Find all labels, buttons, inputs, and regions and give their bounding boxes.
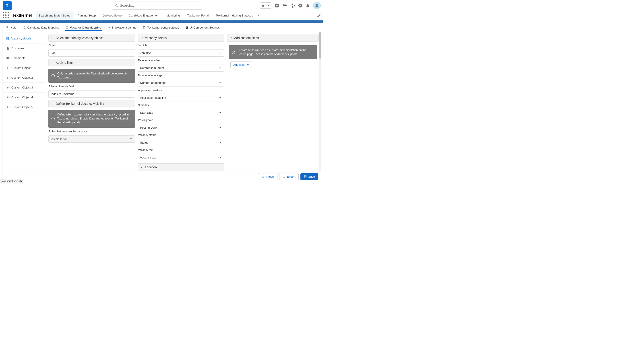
column-custom-fields: Add custom fields Custom fields will nee… xyxy=(227,34,319,171)
subtab-label: Help xyxy=(11,26,17,29)
section-location-header[interactable]: Location xyxy=(138,164,224,171)
section-visibility-header[interactable]: Define Textkernel Vacancy visibility xyxy=(49,100,135,108)
chevron-down-icon xyxy=(51,36,54,40)
chevron-down-icon[interactable] xyxy=(257,14,260,17)
columns: Select the primary Vacancy object Object… xyxy=(46,32,321,171)
leftnav-label: Custom Object 1 xyxy=(11,66,33,70)
section-title: Location xyxy=(145,166,157,169)
avatar-icon xyxy=(315,3,319,8)
select-value: Vacancy text xyxy=(140,156,156,159)
global-header: t Search... xyxy=(0,0,323,11)
svg-point-36 xyxy=(53,118,53,118)
subtab-portal-settings[interactable]: Textkernel portal settings xyxy=(142,24,180,31)
plus-icon xyxy=(6,66,9,70)
svg-marker-39 xyxy=(220,52,221,54)
global-search[interactable]: Search... xyxy=(112,2,202,10)
field-select-status[interactable]: Status xyxy=(138,139,224,146)
select-value: Number of openings xyxy=(140,81,166,84)
section-custom-fields-header[interactable]: Add custom fields xyxy=(227,34,319,42)
subtab-vacancy-mapping[interactable]: Vacancy Data Mapping xyxy=(65,24,102,31)
user-avatar[interactable] xyxy=(313,2,321,9)
field-label: Application deadline xyxy=(138,89,224,92)
app-tab-parsing[interactable]: Parsing Setup xyxy=(75,12,99,20)
svg-rect-50 xyxy=(233,52,233,53)
info-icon xyxy=(51,74,55,78)
svg-marker-44 xyxy=(220,127,221,128)
svg-marker-38 xyxy=(130,138,132,139)
main-area: Vacancy details Document Comments Custom… xyxy=(3,32,321,171)
scroll-thumb[interactable] xyxy=(319,32,321,58)
section-primary-object-header[interactable]: Select the primary Vacancy object xyxy=(49,34,135,42)
section-vacancy-details-header[interactable]: Vacancy details xyxy=(138,34,224,42)
svg-point-7 xyxy=(316,4,318,6)
leftnav-custom-2[interactable]: Custom Object 2 xyxy=(3,73,46,83)
svg-marker-45 xyxy=(220,142,221,143)
field-select-openings[interactable]: Number of openings xyxy=(138,79,224,86)
field-select-vacancy-text[interactable]: Vacancy text xyxy=(138,154,224,161)
leftnav-custom-3[interactable]: Custom Object 3 xyxy=(3,83,46,92)
svg-line-1 xyxy=(117,6,118,7)
leftnav-label: Custom Object 3 xyxy=(11,86,33,89)
gear-icon[interactable] xyxy=(298,3,302,8)
leftnav-custom-5[interactable]: Custom Object 5 xyxy=(3,102,46,112)
plus-icon xyxy=(6,96,9,99)
leftnav-custom-1[interactable]: Custom Object 1 xyxy=(3,63,46,73)
scrollbar[interactable] xyxy=(319,32,321,171)
add-field-button[interactable]: Add field xyxy=(230,62,252,68)
app-tab-monitoring[interactable]: Monitoring xyxy=(164,12,183,20)
subtab-indexation[interactable]: Indexation settings xyxy=(107,24,137,31)
save-button[interactable]: Save xyxy=(300,173,318,180)
subtab-help[interactable]: Help xyxy=(5,24,18,31)
export-button[interactable]: Export xyxy=(279,173,299,180)
search-icon xyxy=(115,4,118,7)
section-title: Vacancy details xyxy=(145,36,167,40)
chevron-down-icon xyxy=(219,67,222,69)
field-select-posting-date[interactable]: Posting Date xyxy=(138,124,224,131)
leftnav-vacancy-details[interactable]: Vacancy details xyxy=(3,34,46,44)
help-icon[interactable] xyxy=(290,3,295,8)
section-title: Add custom fields xyxy=(234,36,259,40)
app-tab-jobfeed[interactable]: Jobfeed Setup xyxy=(100,12,124,20)
app-tab-indexing-statuses[interactable]: Textkernel Indexing Statuses xyxy=(213,12,255,20)
app-tab-portal[interactable]: Textkernel Portal xyxy=(185,12,211,20)
subtab-ui-components[interactable]: UI Component Settings xyxy=(185,24,221,31)
app-tab-search-match[interactable]: Search and Match Setup xyxy=(36,12,73,20)
field-select-reference[interactable]: Reference number xyxy=(138,64,224,72)
document-icon xyxy=(6,37,9,40)
bell-icon[interactable] xyxy=(306,3,310,8)
svg-rect-33 xyxy=(53,76,53,76)
import-button[interactable]: Import xyxy=(258,173,277,180)
object-select[interactable]: Job xyxy=(49,49,135,56)
app-logo[interactable]: t xyxy=(3,1,12,10)
save-icon xyxy=(304,175,307,178)
field-select-deadline[interactable]: Application deadline xyxy=(138,94,224,102)
field-select-job-title[interactable]: Job Title xyxy=(138,49,224,56)
section-filter-header[interactable]: Apply a filter xyxy=(49,59,135,66)
svg-point-12 xyxy=(109,27,110,28)
pencil-icon[interactable] xyxy=(317,14,321,17)
chevron-down-icon xyxy=(130,52,133,54)
subtab-label: Vacancy Data Mapping xyxy=(70,26,102,29)
svg-marker-34 xyxy=(130,94,132,94)
salesforce-cloud-icon[interactable] xyxy=(282,3,287,8)
field-select-start-date[interactable]: Start Date xyxy=(138,109,224,116)
leftnav-comments[interactable]: Comments xyxy=(3,53,46,63)
app-name: Textkernel xyxy=(12,13,32,18)
button-label: Export xyxy=(287,175,296,178)
app-tab-candidate-engagement[interactable]: Candidate Engagement xyxy=(126,12,162,20)
chevron-down-icon xyxy=(51,61,54,64)
leftnav-label: Custom Object 2 xyxy=(11,76,33,79)
app-launcher-icon[interactable] xyxy=(3,12,9,19)
roles-select[interactable]: Visible for all xyxy=(49,135,135,143)
leftnav-custom-4[interactable]: Custom Object 4 xyxy=(3,92,46,102)
app-tabs: Search and Match Setup Parsing Setup Job… xyxy=(36,12,256,20)
svg-marker-30 xyxy=(130,52,132,54)
formula-select[interactable]: Index to Textkernel xyxy=(49,90,135,98)
plus-icon[interactable] xyxy=(274,3,279,8)
svg-point-32 xyxy=(53,75,53,75)
favorites-toggle[interactable] xyxy=(260,2,271,9)
chevron-down-icon xyxy=(219,82,222,84)
leftnav-document[interactable]: Document xyxy=(3,44,46,53)
button-label: Save xyxy=(308,175,315,178)
subtab-candidate-mapping[interactable]: Candidate Data Mapping xyxy=(22,24,60,31)
